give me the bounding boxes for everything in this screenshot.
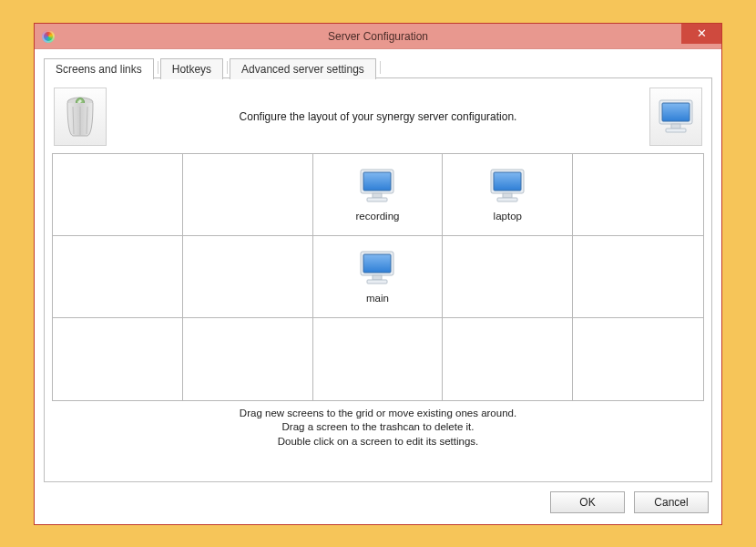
hints-text: Drag new screens to the grid or move exi… (52, 407, 704, 449)
ok-button[interactable]: OK (550, 491, 625, 513)
tab-label: Advanced server settings (241, 63, 364, 76)
tab-panel-screens-and-links: Configure the layout of your synergy ser… (44, 77, 712, 482)
svg-rect-6 (662, 103, 690, 121)
empty-cell[interactable] (53, 236, 183, 318)
client-area: Screens and links Hotkeys Advanced serve… (35, 49, 721, 524)
trashcan-icon (62, 94, 98, 139)
empty-cell[interactable] (183, 154, 313, 236)
layout-toolbar: Configure the layout of your synergy ser… (52, 86, 704, 148)
empty-cell[interactable] (183, 318, 313, 400)
computer-monitor-icon (355, 167, 399, 207)
svg-rect-8 (666, 129, 686, 132)
tab-separator (380, 61, 381, 74)
new-screen-source[interactable] (649, 88, 702, 146)
empty-cell[interactable] (443, 236, 573, 318)
svg-rect-7 (671, 124, 680, 129)
screen-label: laptop (494, 211, 522, 222)
empty-cell[interactable] (443, 318, 573, 400)
svg-rect-15 (503, 193, 512, 198)
svg-rect-20 (367, 280, 387, 284)
server-configuration-window: Server Configuration ✕ Screens and links… (34, 23, 722, 525)
hint-line-2: Drag a screen to the trashcan to delete … (52, 420, 704, 435)
tab-screens-and-links[interactable]: Screens and links (44, 58, 154, 79)
cancel-button[interactable]: Cancel (634, 491, 709, 513)
svg-rect-14 (494, 172, 521, 191)
screens-grid[interactable]: recording laptop main (53, 154, 703, 400)
tab-advanced-server-settings[interactable]: Advanced server settings (230, 58, 376, 79)
svg-rect-19 (373, 275, 382, 280)
dialog-button-row: OK Cancel (44, 482, 712, 515)
tab-hotkeys[interactable]: Hotkeys (160, 58, 223, 79)
close-button[interactable]: ✕ (681, 24, 721, 44)
svg-rect-18 (363, 254, 391, 273)
tab-label: Screens and links (56, 63, 142, 76)
window-title: Server Configuration (35, 30, 721, 43)
svg-rect-12 (367, 198, 387, 201)
svg-rect-16 (497, 198, 517, 201)
empty-cell[interactable] (183, 236, 313, 318)
screen-label: recording (356, 211, 400, 222)
svg-rect-10 (363, 172, 391, 191)
empty-cell[interactable] (53, 318, 183, 400)
screen-label: main (366, 293, 389, 304)
screen-cell-recording[interactable]: recording (313, 154, 444, 236)
trashcan-button[interactable] (54, 88, 107, 146)
app-icon (42, 30, 55, 43)
hint-line-3: Double click on a screen to edit its set… (52, 435, 704, 449)
screen-cell-main[interactable]: main (313, 236, 444, 318)
empty-cell[interactable] (573, 154, 703, 236)
screens-grid-container: recording laptop main (52, 153, 704, 401)
close-icon: ✕ (697, 26, 707, 40)
tab-label: Hotkeys (172, 63, 211, 76)
tab-separator (227, 61, 228, 74)
computer-monitor-icon (655, 96, 697, 138)
toolbar-instruction: Configure the layout of your synergy ser… (114, 110, 642, 123)
empty-cell[interactable] (573, 318, 703, 400)
desktop-background: Server Configuration ✕ Screens and links… (0, 0, 756, 547)
tab-bar: Screens and links Hotkeys Advanced serve… (44, 57, 712, 78)
empty-cell[interactable] (53, 154, 183, 236)
hint-line-1: Drag new screens to the grid or move exi… (52, 407, 704, 421)
empty-cell[interactable] (313, 318, 444, 400)
screen-cell-laptop[interactable]: laptop (443, 154, 573, 236)
titlebar[interactable]: Server Configuration ✕ (35, 24, 721, 49)
empty-cell[interactable] (573, 236, 703, 318)
svg-rect-11 (373, 193, 382, 198)
tab-separator (158, 61, 158, 74)
computer-monitor-icon (485, 167, 529, 207)
computer-monitor-icon (355, 249, 399, 289)
